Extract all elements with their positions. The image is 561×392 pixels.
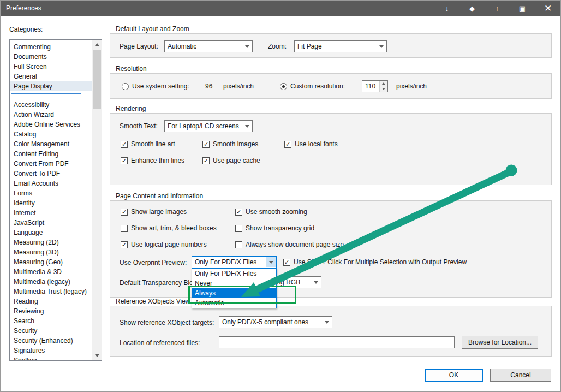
checkbox-label: Use logical page numbers bbox=[131, 241, 207, 248]
checkbox-label: Show art, trim, & bleed boxes bbox=[131, 224, 217, 232]
sidebar-item-security-enhanced[interactable]: Security (Enhanced) bbox=[10, 336, 92, 346]
spin-down-icon[interactable] bbox=[380, 86, 387, 92]
sidebar-item-reviewing[interactable]: Reviewing bbox=[10, 306, 92, 316]
checkbox-box: ✓ bbox=[121, 209, 128, 216]
sidebar-item-measuring-geo[interactable]: Measuring (Geo) bbox=[10, 257, 92, 267]
checkbox-box bbox=[235, 225, 242, 232]
checkbox-always-show-page-size[interactable]: Always show document page size bbox=[235, 241, 344, 248]
grid-icon[interactable]: ▣ bbox=[518, 4, 527, 13]
overprint-preview-label: Use Overprint Preview: bbox=[120, 259, 187, 267]
sidebar-item-accessibility[interactable]: Accessibility bbox=[10, 100, 92, 110]
checkbox-smooth-images[interactable]: ✓ Smooth images bbox=[202, 140, 258, 148]
use-system-setting-radio[interactable] bbox=[122, 83, 129, 90]
sidebar-item-forms[interactable]: Forms bbox=[10, 188, 92, 198]
sidebar-item-adobe-online-services[interactable]: Adobe Online Services bbox=[10, 120, 92, 129]
sidebar-item-search[interactable]: Search bbox=[10, 316, 92, 326]
chevron-down-icon bbox=[322, 317, 331, 327]
dropdown-option-automatic[interactable]: Automatic bbox=[192, 298, 276, 308]
scrollbar-thumb[interactable] bbox=[93, 50, 101, 109]
sidebar-item-convert-to-pdf[interactable]: Convert To PDF bbox=[10, 169, 92, 179]
dropdown-option-always[interactable]: Always bbox=[192, 288, 276, 298]
sidebar-item-identity[interactable]: Identity bbox=[10, 198, 92, 208]
scroll-down-icon[interactable] bbox=[92, 351, 102, 360]
checkbox-show-transparency-grid[interactable]: Show transparency grid bbox=[235, 224, 314, 232]
categories-heading: Categories: bbox=[9, 26, 43, 33]
page-layout-select[interactable]: Automatic bbox=[164, 40, 253, 52]
sidebar-item-general[interactable]: General bbox=[10, 72, 92, 81]
sidebar-item-security[interactable]: Security bbox=[10, 326, 92, 336]
upload-icon[interactable]: ↑ bbox=[493, 4, 502, 13]
checkbox-show-art-trim-bleed[interactable]: Show art, trim, & bleed boxes bbox=[121, 224, 217, 232]
sidebar-item-multimedia-legacy[interactable]: Multimedia (legacy) bbox=[10, 277, 92, 287]
sidebar-item-reading[interactable]: Reading bbox=[10, 296, 92, 306]
pointer-icon[interactable]: ◆ bbox=[468, 4, 476, 13]
close-icon[interactable]: ✕ bbox=[541, 1, 555, 16]
combo-value: Only For PDF/X Files bbox=[192, 258, 256, 266]
sidebar-item-color-management[interactable]: Color Management bbox=[10, 139, 92, 149]
checkbox-use-smooth-zooming[interactable]: ✓ Use smooth zooming bbox=[235, 208, 307, 216]
checkbox-box: ✓ bbox=[235, 209, 242, 216]
sidebar-item-measuring-2d[interactable]: Measuring (2D) bbox=[10, 237, 92, 247]
dropdown-option-only-for-pdfx-files[interactable]: Only For PDF/X Files bbox=[192, 269, 276, 278]
checkbox-enhance-thin-lines[interactable]: ✓ Enhance thin lines bbox=[121, 157, 184, 164]
sidebar-item-measuring-3d[interactable]: Measuring (3D) bbox=[10, 247, 92, 257]
checkbox-box bbox=[235, 241, 242, 248]
zoom-select[interactable]: Fit Page bbox=[294, 40, 387, 52]
sidebar-item-commenting[interactable]: Commenting bbox=[10, 42, 92, 52]
sidebar-item-email-accounts[interactable]: Email Accounts bbox=[10, 179, 92, 188]
sidebar-item-multimedia-3d[interactable]: Multimedia & 3D bbox=[10, 267, 92, 277]
chevron-down-icon bbox=[377, 41, 386, 51]
combo-value: For Laptop/LCD screens bbox=[165, 122, 239, 130]
sidebar-item-documents[interactable]: Documents bbox=[10, 52, 92, 62]
sidebar-item-page-display[interactable]: Page Display bbox=[10, 81, 92, 91]
overprint-preview-select[interactable]: Only For PDF/X Files bbox=[192, 256, 277, 268]
sidebar-item-multimedia-trust-legacy[interactable]: Multimedia Trust (legacy) bbox=[10, 287, 92, 296]
spin-up-icon[interactable] bbox=[380, 81, 387, 86]
sidebar-scrollbar[interactable] bbox=[92, 40, 102, 360]
custom-resolution-stepper[interactable]: 110 bbox=[362, 80, 388, 92]
download-icon[interactable]: ↓ bbox=[443, 4, 451, 13]
cancel-button[interactable]: Cancel bbox=[490, 369, 551, 382]
sidebar-item-javascript[interactable]: JavaScript bbox=[10, 218, 92, 228]
sidebar-item-signatures[interactable]: Signatures bbox=[10, 346, 92, 355]
sidebar-separator bbox=[11, 93, 81, 94]
sidebar-item-spelling[interactable]: Spelling bbox=[10, 355, 92, 361]
checkbox-use-local-fonts[interactable]: ✓ Use local fonts bbox=[284, 140, 338, 148]
checkbox-label: Always show document page size bbox=[246, 241, 344, 248]
dropdown-option-never[interactable]: Never bbox=[192, 278, 276, 288]
custom-resolution-radio[interactable] bbox=[280, 83, 287, 90]
checkbox-label: Enhance thin lines bbox=[131, 157, 184, 164]
sidebar-item-convert-from-pdf[interactable]: Convert From PDF bbox=[10, 159, 92, 169]
sidebar-item-action-wizard[interactable]: Action Wizard bbox=[10, 110, 92, 120]
referenced-files-location-input[interactable] bbox=[219, 336, 455, 348]
sidebar-item-language[interactable]: Language bbox=[10, 228, 92, 237]
overprint-preview-dropdown-list: Only For PDF/X Files Never Always Automa… bbox=[192, 268, 277, 308]
scroll-up-icon[interactable] bbox=[92, 40, 102, 49]
sidebar-item-full-screen[interactable]: Full Screen bbox=[10, 62, 92, 72]
categories-listbox: Commenting Documents Full Screen General… bbox=[9, 39, 102, 361]
browse-for-location-button[interactable]: Browse for Location... bbox=[462, 336, 538, 349]
checkbox-use-logical-page-numbers[interactable]: ✓ Use logical page numbers bbox=[121, 241, 207, 248]
group-reference-xobjects: Reference XObjects View Mode bbox=[110, 306, 552, 357]
sidebar-item-catalog[interactable]: Catalog bbox=[10, 129, 92, 139]
checkbox-use-page-cache[interactable]: ✓ Use page cache bbox=[202, 157, 260, 164]
custom-resolution-label: Custom resolution: bbox=[290, 82, 345, 91]
page-layout-label: Page Layout: bbox=[120, 43, 158, 51]
smooth-text-select[interactable]: For Laptop/LCD screens bbox=[164, 120, 253, 132]
checkbox-box: ✓ bbox=[121, 141, 128, 148]
window-title: Preferences bbox=[6, 4, 41, 12]
chevron-down-icon bbox=[242, 41, 252, 51]
sidebar-item-internet[interactable]: Internet bbox=[10, 208, 92, 218]
checkbox-shift-click-multiple-selection[interactable]: ✓ Use Shift + Click For Multiple Selecti… bbox=[283, 258, 467, 266]
checkbox-smooth-line-art[interactable]: ✓ Smooth line art bbox=[121, 140, 175, 148]
ok-button[interactable]: OK bbox=[425, 369, 483, 382]
title-bar: Preferences ↓ ◆ ↑ ▣ ✕ bbox=[1, 1, 560, 16]
checkbox-label: Smooth images bbox=[213, 140, 258, 148]
checkbox-show-large-images[interactable]: ✓ Show large images bbox=[121, 208, 187, 216]
sidebar-item-content-editing[interactable]: Content Editing bbox=[10, 149, 92, 159]
titlebar-icon-group: ↓ ◆ ↑ ▣ bbox=[443, 4, 527, 13]
xobject-targets-select[interactable]: Only PDF/X-5 compliant ones bbox=[219, 316, 332, 328]
preferences-dialog: Preferences ↓ ◆ ↑ ▣ ✕ Categories: Commen… bbox=[0, 0, 561, 392]
group-title: Page Content and Information bbox=[116, 192, 203, 200]
checkbox-box: ✓ bbox=[284, 141, 291, 148]
